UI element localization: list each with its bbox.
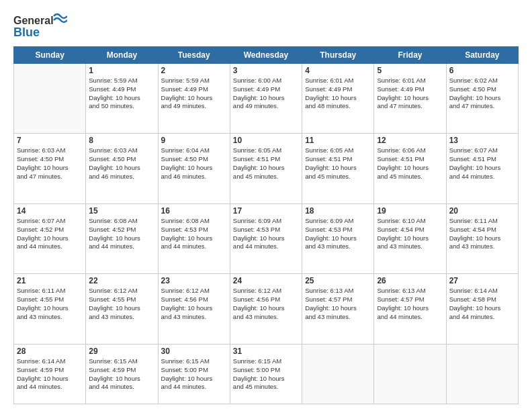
calendar-cell <box>374 344 446 404</box>
day-number: 8 <box>89 136 154 145</box>
calendar-cell: 11Sunrise: 6:05 AM Sunset: 4:51 PM Dayli… <box>302 134 374 203</box>
calendar-week-row: 14Sunrise: 6:07 AM Sunset: 4:52 PM Dayli… <box>14 203 519 273</box>
header-row: SundayMondayTuesdayWednesdayThursdayFrid… <box>14 47 519 64</box>
calendar-cell: 7Sunrise: 6:03 AM Sunset: 4:50 PM Daylig… <box>14 134 86 203</box>
day-info: Sunrise: 6:14 AM Sunset: 4:58 PM Dayligh… <box>449 287 515 321</box>
day-info: Sunrise: 6:01 AM Sunset: 4:49 PM Dayligh… <box>377 77 443 111</box>
day-number: 22 <box>89 276 154 285</box>
day-info: Sunrise: 6:00 AM Sunset: 4:49 PM Dayligh… <box>233 77 299 111</box>
calendar-cell: 14Sunrise: 6:07 AM Sunset: 4:52 PM Dayli… <box>14 203 86 273</box>
day-info: Sunrise: 6:08 AM Sunset: 4:53 PM Dayligh… <box>161 217 227 251</box>
calendar-cell: 23Sunrise: 6:12 AM Sunset: 4:56 PM Dayli… <box>158 274 230 344</box>
day-number: 14 <box>17 206 83 216</box>
day-info: Sunrise: 6:02 AM Sunset: 4:50 PM Dayligh… <box>449 77 515 111</box>
day-info: Sunrise: 6:15 AM Sunset: 4:59 PM Dayligh… <box>89 357 154 392</box>
calendar-table: SundayMondayTuesdayWednesdayThursdayFrid… <box>13 46 519 404</box>
calendar-cell: 15Sunrise: 6:08 AM Sunset: 4:52 PM Dayli… <box>86 203 158 273</box>
calendar-cell: 6Sunrise: 6:02 AM Sunset: 4:50 PM Daylig… <box>446 64 518 134</box>
svg-text:Blue: Blue <box>13 26 40 39</box>
day-info: Sunrise: 6:10 AM Sunset: 4:54 PM Dayligh… <box>377 217 443 251</box>
day-number: 16 <box>161 206 227 216</box>
calendar-cell <box>14 64 86 134</box>
day-info: Sunrise: 6:15 AM Sunset: 5:00 PM Dayligh… <box>161 357 227 392</box>
day-number: 4 <box>305 66 371 75</box>
day-info: Sunrise: 6:07 AM Sunset: 4:51 PM Dayligh… <box>449 146 515 181</box>
weekday-header: Wednesday <box>230 47 302 64</box>
day-info: Sunrise: 6:05 AM Sunset: 4:51 PM Dayligh… <box>233 146 299 181</box>
day-info: Sunrise: 6:12 AM Sunset: 4:56 PM Dayligh… <box>233 287 299 321</box>
weekday-header: Monday <box>86 47 158 64</box>
day-info: Sunrise: 5:59 AM Sunset: 4:49 PM Dayligh… <box>161 77 227 111</box>
calendar-cell: 25Sunrise: 6:13 AM Sunset: 4:57 PM Dayli… <box>302 274 374 344</box>
day-info: Sunrise: 6:13 AM Sunset: 4:57 PM Dayligh… <box>377 287 443 321</box>
calendar-week-row: 1Sunrise: 5:59 AM Sunset: 4:49 PM Daylig… <box>14 64 519 134</box>
day-number: 21 <box>17 276 83 285</box>
calendar-cell: 24Sunrise: 6:12 AM Sunset: 4:56 PM Dayli… <box>230 274 302 344</box>
day-number: 23 <box>161 276 227 285</box>
calendar-cell: 9Sunrise: 6:04 AM Sunset: 4:50 PM Daylig… <box>158 134 230 203</box>
calendar-week-row: 28Sunrise: 6:14 AM Sunset: 4:59 PM Dayli… <box>14 344 519 404</box>
weekday-header: Saturday <box>446 47 518 64</box>
day-info: Sunrise: 6:09 AM Sunset: 4:53 PM Dayligh… <box>233 217 299 251</box>
day-info: Sunrise: 6:07 AM Sunset: 4:52 PM Dayligh… <box>17 217 83 251</box>
calendar-cell: 21Sunrise: 6:11 AM Sunset: 4:55 PM Dayli… <box>14 274 86 344</box>
day-info: Sunrise: 6:05 AM Sunset: 4:51 PM Dayligh… <box>305 146 371 181</box>
calendar-cell: 19Sunrise: 6:10 AM Sunset: 4:54 PM Dayli… <box>374 203 446 273</box>
day-info: Sunrise: 6:03 AM Sunset: 4:50 PM Dayligh… <box>89 146 154 181</box>
day-info: Sunrise: 6:12 AM Sunset: 4:56 PM Dayligh… <box>161 287 227 321</box>
day-number: 13 <box>449 136 515 145</box>
day-number: 5 <box>377 66 443 75</box>
calendar-cell: 5Sunrise: 6:01 AM Sunset: 4:49 PM Daylig… <box>374 64 446 134</box>
day-info: Sunrise: 6:06 AM Sunset: 4:51 PM Dayligh… <box>377 146 443 181</box>
day-number: 27 <box>449 276 515 285</box>
day-number: 2 <box>161 66 227 75</box>
day-info: Sunrise: 6:04 AM Sunset: 4:50 PM Dayligh… <box>161 146 227 181</box>
day-number: 3 <box>233 66 299 75</box>
calendar-cell: 27Sunrise: 6:14 AM Sunset: 4:58 PM Dayli… <box>446 274 518 344</box>
calendar-cell: 30Sunrise: 6:15 AM Sunset: 5:00 PM Dayli… <box>158 344 230 404</box>
day-number: 24 <box>233 276 299 285</box>
calendar-cell: 16Sunrise: 6:08 AM Sunset: 4:53 PM Dayli… <box>158 203 230 273</box>
day-number: 31 <box>233 347 299 356</box>
day-number: 25 <box>305 276 371 285</box>
day-number: 26 <box>377 276 443 285</box>
day-info: Sunrise: 6:11 AM Sunset: 4:55 PM Dayligh… <box>17 287 83 321</box>
logo: General Blue <box>13 11 67 41</box>
calendar-cell: 10Sunrise: 6:05 AM Sunset: 4:51 PM Dayli… <box>230 134 302 203</box>
weekday-header: Sunday <box>14 47 86 64</box>
day-number: 20 <box>449 206 515 216</box>
calendar-cell: 8Sunrise: 6:03 AM Sunset: 4:50 PM Daylig… <box>86 134 158 203</box>
calendar-cell <box>302 344 374 404</box>
day-number: 9 <box>161 136 227 145</box>
day-number: 10 <box>233 136 299 145</box>
day-number: 7 <box>17 136 83 145</box>
day-info: Sunrise: 6:12 AM Sunset: 4:55 PM Dayligh… <box>89 287 154 321</box>
day-number: 12 <box>377 136 443 145</box>
day-info: Sunrise: 6:11 AM Sunset: 4:54 PM Dayligh… <box>449 217 515 251</box>
weekday-header: Thursday <box>302 47 374 64</box>
logo-svg: General Blue <box>13 11 67 41</box>
day-number: 18 <box>305 206 371 216</box>
calendar-cell: 28Sunrise: 6:14 AM Sunset: 4:59 PM Dayli… <box>14 344 86 404</box>
day-number: 28 <box>17 347 83 356</box>
calendar-cell: 2Sunrise: 5:59 AM Sunset: 4:49 PM Daylig… <box>158 64 230 134</box>
calendar-cell: 18Sunrise: 6:09 AM Sunset: 4:53 PM Dayli… <box>302 203 374 273</box>
calendar-cell: 3Sunrise: 6:00 AM Sunset: 4:49 PM Daylig… <box>230 64 302 134</box>
day-info: Sunrise: 6:13 AM Sunset: 4:57 PM Dayligh… <box>305 287 371 321</box>
day-info: Sunrise: 6:14 AM Sunset: 4:59 PM Dayligh… <box>17 357 83 392</box>
calendar-cell: 12Sunrise: 6:06 AM Sunset: 4:51 PM Dayli… <box>374 134 446 203</box>
calendar-cell: 1Sunrise: 5:59 AM Sunset: 4:49 PM Daylig… <box>86 64 158 134</box>
day-info: Sunrise: 5:59 AM Sunset: 4:49 PM Dayligh… <box>89 77 154 111</box>
day-number: 11 <box>305 136 371 145</box>
day-number: 15 <box>89 206 154 216</box>
page: General Blue SundayMondayTuesdayWednesda… <box>0 0 532 411</box>
calendar-cell: 20Sunrise: 6:11 AM Sunset: 4:54 PM Dayli… <box>446 203 518 273</box>
calendar-cell: 26Sunrise: 6:13 AM Sunset: 4:57 PM Dayli… <box>374 274 446 344</box>
calendar-cell: 29Sunrise: 6:15 AM Sunset: 4:59 PM Dayli… <box>86 344 158 404</box>
day-number: 29 <box>89 347 154 356</box>
day-info: Sunrise: 6:15 AM Sunset: 5:00 PM Dayligh… <box>233 357 299 392</box>
calendar-week-row: 7Sunrise: 6:03 AM Sunset: 4:50 PM Daylig… <box>14 134 519 203</box>
calendar-cell: 13Sunrise: 6:07 AM Sunset: 4:51 PM Dayli… <box>446 134 518 203</box>
header: General Blue <box>13 11 519 41</box>
weekday-header: Tuesday <box>158 47 230 64</box>
